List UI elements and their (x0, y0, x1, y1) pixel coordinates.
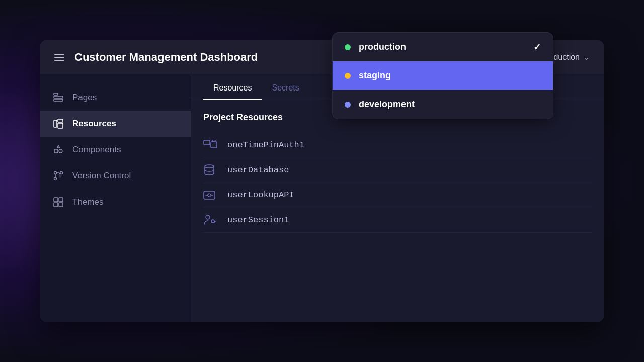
sidebar-item-components[interactable]: Components (40, 137, 191, 163)
svg-rect-14 (59, 203, 63, 207)
svg-rect-0 (54, 93, 58, 95)
resource-item[interactable]: userSession1 (203, 207, 592, 233)
sidebar-item-version-control[interactable]: Version Control (40, 163, 191, 189)
sidebar: Pages Resources (40, 74, 191, 322)
api-icon (203, 191, 219, 200)
resource-name: userLookupAPI (227, 190, 294, 200)
resource-item[interactable]: userLookupAPI (203, 183, 592, 207)
env-dot-staging (345, 73, 351, 79)
svg-rect-16 (211, 142, 217, 148)
resource-name: userDatabase (227, 165, 289, 175)
svg-rect-12 (59, 198, 63, 202)
resource-name: oneTimePinAuth1 (227, 140, 304, 150)
svg-rect-6 (54, 149, 58, 153)
svg-point-7 (59, 149, 62, 153)
svg-point-8 (54, 172, 57, 174)
tab-secrets[interactable]: Secrets (262, 74, 309, 100)
environment-dropdown: production ✓ staging development (332, 40, 553, 119)
themes-icon (52, 196, 64, 208)
components-icon (52, 144, 64, 156)
database-icon (203, 164, 219, 175)
lock-database-icon (203, 140, 219, 150)
svg-rect-1 (54, 96, 63, 98)
env-option-label: development (359, 99, 415, 110)
sidebar-item-resources[interactable]: Resources (40, 111, 191, 137)
user-key-icon (203, 214, 219, 225)
svg-point-17 (212, 140, 215, 142)
svg-rect-11 (54, 198, 58, 202)
sidebar-item-pages[interactable]: Pages (40, 84, 191, 111)
version-control-icon (52, 170, 64, 182)
sidebar-item-themes[interactable]: Themes (40, 189, 191, 215)
svg-rect-3 (54, 120, 57, 127)
svg-point-18 (205, 165, 214, 168)
svg-rect-15 (204, 140, 210, 145)
svg-rect-13 (54, 203, 58, 207)
sidebar-label-pages: Pages (72, 93, 97, 103)
resource-name: userSession1 (227, 215, 289, 225)
sidebar-label-version-control: Version Control (72, 171, 131, 181)
svg-rect-5 (58, 123, 63, 128)
tab-resources[interactable]: Resources (203, 74, 262, 100)
env-dot-production (345, 44, 351, 50)
svg-rect-4 (58, 119, 63, 122)
menu-button[interactable] (54, 54, 64, 61)
resources-icon (52, 118, 64, 130)
svg-point-20 (206, 215, 210, 219)
sidebar-label-resources: Resources (72, 119, 116, 129)
resource-item[interactable]: userDatabase (203, 157, 592, 183)
svg-point-10 (60, 172, 63, 174)
check-icon: ✓ (533, 42, 541, 53)
svg-rect-2 (54, 99, 63, 101)
svg-point-21 (211, 220, 214, 223)
env-option-label: production (359, 42, 406, 52)
sidebar-label-themes: Themes (72, 197, 103, 207)
sidebar-label-components: Components (72, 145, 121, 155)
env-option-label: staging (359, 70, 391, 81)
env-option-development[interactable]: development (333, 90, 553, 119)
pages-icon (52, 92, 64, 104)
env-dot-development (345, 102, 351, 108)
env-option-production[interactable]: production ✓ (333, 40, 553, 61)
app-window: Customer Management Dashboard production… (40, 40, 604, 322)
chevron-down-icon: ⌄ (584, 53, 590, 61)
svg-point-9 (54, 178, 57, 180)
resource-item[interactable]: oneTimePinAuth1 (203, 133, 592, 157)
content-area: Project Resources oneTimePinAuth1 (191, 100, 604, 245)
env-option-staging[interactable]: staging (333, 61, 553, 90)
